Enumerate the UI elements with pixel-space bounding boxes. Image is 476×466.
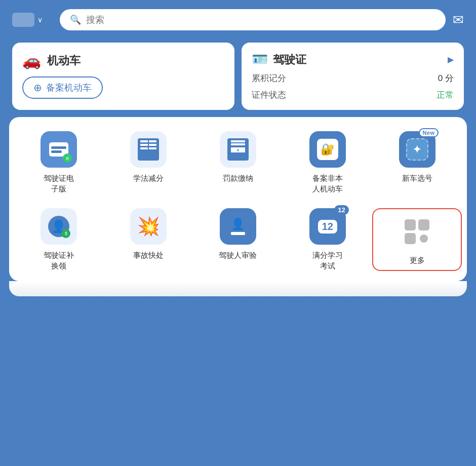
num-badge: 12 [334, 205, 348, 215]
service-label-new-car-number: 新车选号 [402, 173, 432, 183]
service-item-driving-e-license[interactable]: e 驾驶证电 子版 [14, 131, 104, 194]
services-panel: e 驾驶证电 子版 学法减分 ¥ 罚款缴纳🔐备案非本 人机动车✦New新车选号👤… [9, 117, 467, 281]
service-item-new-car-number[interactable]: ✦New新车选号 [372, 131, 462, 194]
cards-row: 🚗 机动车 ⊕ 备案机动车 🪪 驾驶证 ▶ 累积记分 0 分 证件状态 正常 [0, 37, 476, 117]
license-card-title: 🪪 驾驶证 [252, 52, 306, 67]
car-icon: 🚗 [22, 52, 41, 69]
accident-quick-icon: 💥 [130, 208, 167, 245]
add-vehicle-label: 备案机动车 [46, 82, 92, 94]
pay-fine-icon: ¥ [220, 131, 256, 168]
service-item-more[interactable]: 更多 [372, 208, 462, 271]
add-vehicle-button[interactable]: ⊕ 备案机动车 [22, 76, 103, 99]
vehicle-title-text: 机动车 [47, 53, 81, 68]
new-car-number-icon: ✦New [399, 131, 435, 168]
mail-icon[interactable]: ✉ [453, 12, 464, 28]
service-item-driver-review[interactable]: 👤驾驶人审验 [193, 208, 283, 271]
license-title-text: 驾驶证 [273, 52, 306, 67]
register-other-vehicle-icon: 🔐 [309, 131, 346, 168]
search-icon: 🔍 [70, 14, 81, 25]
service-item-accident-quick[interactable]: 💥事故快处 [104, 208, 193, 271]
service-label-reissue-license: 驾驶证补 换领 [44, 250, 74, 271]
license-card: 🪪 驾驶证 ▶ 累积记分 0 分 证件状态 正常 [242, 43, 464, 110]
service-label-full-score-study: 满分学习 考试 [312, 250, 343, 271]
app-logo [12, 13, 34, 27]
driving-e-license-icon: e [41, 131, 77, 168]
new-badge: New [419, 128, 438, 137]
status-label: 证件状态 [252, 89, 286, 101]
status-row: 证件状态 正常 [252, 89, 454, 101]
service-label-study-reduce-points: 学法减分 [133, 173, 164, 183]
reissue-license-icon: 👤$ [41, 208, 77, 245]
license-icon: 🪪 [252, 52, 268, 67]
app-logo-area: ∨ [12, 13, 53, 27]
study-reduce-points-icon [130, 131, 167, 168]
score-value: 0 分 [438, 72, 454, 84]
plus-icon: ⊕ [33, 82, 42, 94]
chevron-down-icon[interactable]: ∨ [37, 16, 43, 24]
service-label-accident-quick: 事故快处 [133, 250, 164, 260]
score-row: 累积记分 0 分 [252, 72, 454, 84]
driver-review-icon: 👤 [220, 208, 256, 245]
service-item-reissue-license[interactable]: 👤$驾驶证补 换领 [14, 208, 104, 271]
vehicle-card-title: 🚗 机动车 [22, 52, 224, 69]
license-card-header: 🪪 驾驶证 ▶ [252, 52, 454, 67]
vehicle-card: 🚗 机动车 ⊕ 备案机动车 [12, 43, 234, 110]
full-score-study-icon: 1212 [309, 208, 346, 245]
arrow-right-icon[interactable]: ▶ [448, 55, 454, 64]
service-label-driver-review: 驾驶人审验 [219, 250, 257, 260]
service-label-pay-fine: 罚款缴纳 [223, 173, 253, 183]
more-icon [399, 213, 435, 250]
search-input[interactable] [86, 15, 435, 25]
top-bar: ∨ 🔍 ✉ [0, 0, 476, 37]
services-grid: e 驾驶证电 子版 学法减分 ¥ 罚款缴纳🔐备案非本 人机动车✦New新车选号👤… [14, 131, 462, 271]
status-value: 正常 [437, 89, 454, 101]
service-item-full-score-study[interactable]: 1212满分学习 考试 [283, 208, 372, 271]
service-label-more: 更多 [410, 255, 425, 265]
service-label-register-other-vehicle: 备案非本 人机动车 [312, 173, 343, 194]
service-item-register-other-vehicle[interactable]: 🔐备案非本 人机动车 [283, 131, 372, 194]
service-label-driving-e-license: 驾驶证电 子版 [44, 173, 74, 194]
service-item-study-reduce-points[interactable]: 学法减分 [104, 131, 193, 194]
service-item-pay-fine[interactable]: ¥ 罚款缴纳 [193, 131, 283, 194]
search-bar[interactable]: 🔍 [60, 9, 446, 30]
bottom-fade [9, 281, 467, 296]
score-label: 累积记分 [252, 72, 286, 84]
